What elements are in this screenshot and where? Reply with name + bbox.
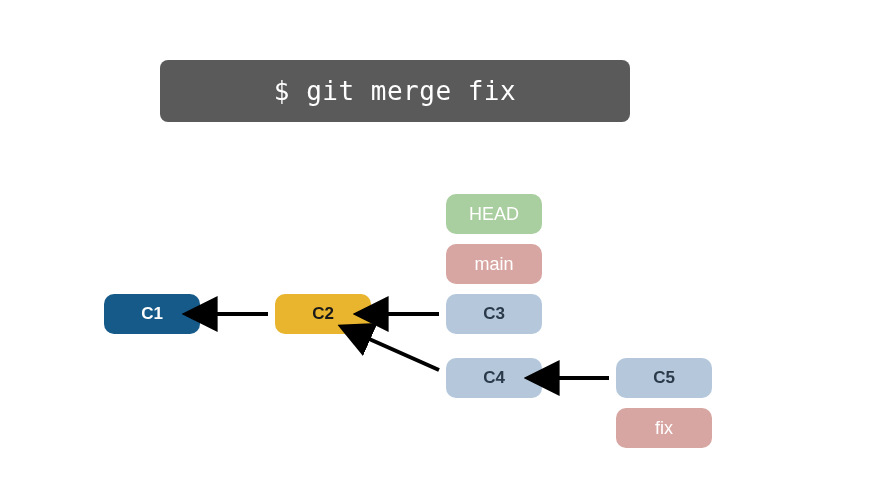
- ref-head: HEAD: [446, 194, 542, 234]
- diagram-stage: $ git merge fix HEAD main fix C1 C2 C3 C…: [0, 0, 880, 501]
- commit-c1-label: C1: [141, 304, 163, 324]
- commit-c4: C4: [446, 358, 542, 398]
- command-text: $ git merge fix: [274, 76, 516, 106]
- ref-fix: fix: [616, 408, 712, 448]
- ref-main: main: [446, 244, 542, 284]
- edge-c4-c2: [367, 338, 439, 370]
- ref-head-label: HEAD: [469, 204, 519, 225]
- commit-c2-label: C2: [312, 304, 334, 324]
- commit-c2: C2: [275, 294, 371, 334]
- commit-c1: C1: [104, 294, 200, 334]
- commit-c5: C5: [616, 358, 712, 398]
- commit-c3-label: C3: [483, 304, 505, 324]
- command-box: $ git merge fix: [160, 60, 630, 122]
- commit-c3: C3: [446, 294, 542, 334]
- ref-main-label: main: [474, 254, 513, 275]
- commit-c4-label: C4: [483, 368, 505, 388]
- ref-fix-label: fix: [655, 418, 673, 439]
- commit-c5-label: C5: [653, 368, 675, 388]
